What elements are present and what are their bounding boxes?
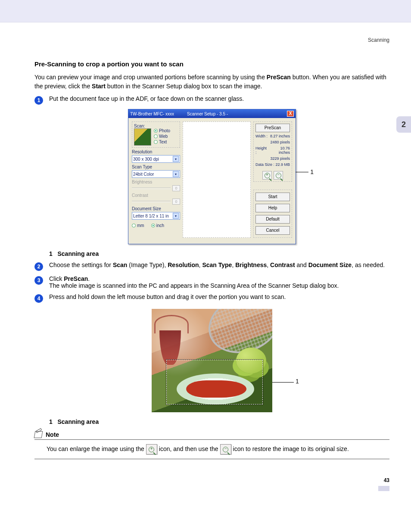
step-2: 2 Choose the settings for Scan (Image Ty… bbox=[34, 261, 389, 271]
step-badge-2: 2 bbox=[34, 262, 43, 271]
height-key: Height : bbox=[255, 146, 268, 155]
note-block: Note You can enlarge the image using the… bbox=[34, 431, 389, 459]
s3-b1: PreScan bbox=[64, 275, 88, 282]
radio-inch-label: inch bbox=[156, 223, 164, 228]
docsize-value: Letter 8 1/2 x 11 in bbox=[133, 214, 169, 218]
callout-line-1 bbox=[296, 172, 308, 172]
s2-b3: Scan Type bbox=[202, 261, 232, 268]
close-icon[interactable]: X bbox=[287, 111, 294, 117]
top-banner bbox=[0, 0, 411, 22]
s2-t2: (Image Type), bbox=[127, 261, 168, 268]
scantype-label: Scan Type bbox=[132, 165, 180, 169]
step-1: 1 Put the document face up in the ADF, o… bbox=[34, 95, 389, 105]
contrast-slider[interactable]: 0 bbox=[132, 199, 180, 205]
photo-callout-number: 1 bbox=[296, 378, 299, 385]
width-val1: 8.27 inches bbox=[270, 134, 290, 138]
note-t2: icon, and then use the bbox=[159, 444, 218, 454]
radio-inch[interactable]: inch bbox=[151, 223, 164, 228]
resolution-label: Resolution bbox=[132, 149, 180, 154]
magnify-minus-icon[interactable]: − bbox=[220, 444, 231, 454]
crop-selection-rectangle[interactable] bbox=[166, 360, 263, 404]
callout-number-1: 1 bbox=[310, 168, 314, 175]
datasize-val: 22.9 MB bbox=[275, 162, 290, 167]
step-3-text: Click PreScan. The whole image is scanne… bbox=[49, 275, 389, 289]
radio-text[interactable]: Text bbox=[154, 140, 170, 144]
dialog-title-left: TW-Brother MFC- xxxx bbox=[130, 112, 174, 116]
step-4: 4 Press and hold down the left mouse but… bbox=[34, 293, 389, 303]
page-content: Scanning 2 Pre-Scanning to crop a portio… bbox=[0, 22, 411, 492]
note-t3: icon to restore the image to its origina… bbox=[233, 444, 349, 454]
chevron-down-icon[interactable]: ▾ bbox=[173, 171, 179, 177]
contrast-label: Contrast bbox=[132, 193, 180, 198]
dialog-left-panel: Scan: Photo Web Text Resolution 300 x 30… bbox=[132, 121, 180, 238]
s2-b1: Scan bbox=[113, 261, 127, 268]
intro-text-1: You can preview your image and crop unwa… bbox=[34, 74, 267, 81]
page-footer: 43 bbox=[34, 476, 389, 483]
page-heading: Pre-Scanning to crop a portion you want … bbox=[34, 60, 389, 68]
step-badge-4: 4 bbox=[34, 294, 43, 303]
scantype-dropdown[interactable]: 24bit Color ▾ bbox=[132, 170, 180, 178]
zoom-out-icon[interactable]: − bbox=[274, 171, 283, 180]
radio-web[interactable]: Web bbox=[154, 134, 170, 139]
dialog-title-right: Scanner Setup - 3.5 - bbox=[187, 112, 228, 116]
s2-b4: Brightness bbox=[235, 261, 267, 268]
caption-2: 1 Scanning area bbox=[49, 418, 389, 425]
default-button[interactable]: Default bbox=[255, 215, 290, 224]
prescan-button[interactable]: PreScan bbox=[255, 124, 290, 132]
magnify-plus-icon[interactable]: + bbox=[146, 444, 157, 454]
caption-1: 1 Scanning area bbox=[49, 250, 389, 257]
s3-line2: The whole image is scanned into the PC a… bbox=[49, 282, 339, 289]
step-2-text: Choose the settings for Scan (Image Type… bbox=[49, 261, 389, 268]
datasize-key: Data Size : bbox=[255, 162, 274, 167]
dialog-right-panel: PreScan Width :8.27 inches 2480 pixels H… bbox=[253, 121, 292, 238]
scan-thumbnail bbox=[134, 128, 151, 146]
brightness-slider[interactable]: 0 bbox=[132, 185, 180, 191]
help-button[interactable]: Help bbox=[255, 204, 290, 212]
radio-mm[interactable]: mm bbox=[132, 223, 144, 228]
intro-bold-start: Start bbox=[92, 83, 106, 90]
step-badge-1: 1 bbox=[34, 96, 43, 105]
cancel-button[interactable]: Cancel bbox=[255, 226, 290, 235]
dialog-body: Scan: Photo Web Text Resolution 300 x 30… bbox=[128, 118, 296, 244]
s2-b2: Resolution bbox=[168, 261, 199, 268]
chevron-down-icon[interactable]: ▾ bbox=[173, 213, 179, 219]
caption-1-text: Scanning area bbox=[57, 250, 99, 257]
radio-photo-label: Photo bbox=[159, 128, 170, 133]
caption-2-num: 1 bbox=[49, 418, 53, 425]
radio-web-label: Web bbox=[159, 134, 168, 139]
width-val2: 2480 pixels bbox=[270, 140, 290, 144]
radio-photo[interactable]: Photo bbox=[154, 128, 170, 133]
docsize-dropdown[interactable]: Letter 8 1/2 x 11 in ▾ bbox=[132, 212, 180, 220]
intro-bold-prescan: PreScan bbox=[267, 74, 291, 81]
step-4-text: Press and hold down the left mouse butto… bbox=[49, 293, 389, 300]
resolution-value: 300 x 300 dpi bbox=[133, 157, 159, 162]
note-icon bbox=[34, 431, 42, 438]
chevron-down-icon[interactable]: ▾ bbox=[173, 156, 179, 162]
photo-callout-line bbox=[272, 382, 294, 383]
s2-t4: , bbox=[232, 261, 235, 268]
brightness-value: 0 bbox=[172, 185, 180, 191]
s3-t2: . bbox=[88, 275, 90, 282]
note-title: Note bbox=[46, 431, 59, 438]
s2-b5: Contrast bbox=[270, 261, 295, 268]
caption-1-num: 1 bbox=[49, 250, 53, 257]
height-val2: 3229 pixels bbox=[270, 156, 290, 161]
scan-label: Scan: bbox=[134, 124, 178, 128]
resolution-dropdown[interactable]: 300 x 300 dpi ▾ bbox=[132, 155, 180, 163]
section-header: Scanning bbox=[34, 37, 389, 43]
scanner-setup-dialog: TW-Brother MFC- xxxx Scanner Setup - 3.5… bbox=[128, 109, 296, 244]
example-photo bbox=[152, 309, 272, 412]
caption-2-text: Scanning area bbox=[57, 418, 99, 425]
s2-t6: and bbox=[295, 261, 308, 268]
footer-accent-block bbox=[378, 486, 389, 491]
radio-text-label: Text bbox=[159, 140, 167, 144]
zoom-in-icon[interactable]: + bbox=[262, 171, 272, 180]
note-body: You can enlarge the image using the + ic… bbox=[34, 444, 389, 459]
scanning-area-preview[interactable] bbox=[183, 121, 251, 238]
note-t1: You can enlarge the image using the bbox=[47, 444, 144, 454]
start-button[interactable]: Start bbox=[255, 193, 290, 201]
radio-mm-label: mm bbox=[137, 223, 144, 228]
step-1-text: Put the document face up in the ADF, or … bbox=[49, 95, 389, 102]
brightness-label: Brightness bbox=[132, 180, 180, 184]
scantype-value: 24bit Color bbox=[133, 172, 154, 177]
